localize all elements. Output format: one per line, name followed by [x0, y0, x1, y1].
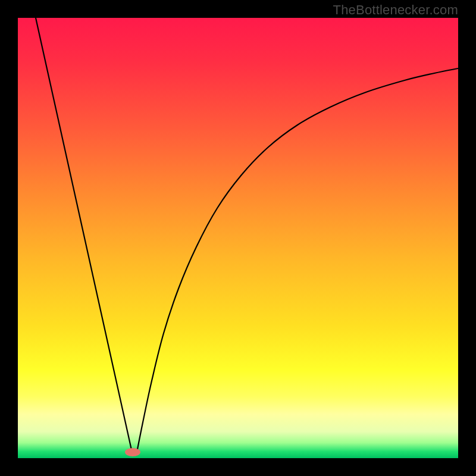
plot-svg [18, 18, 458, 458]
plot-area [18, 18, 458, 458]
optimum-marker [125, 448, 140, 456]
chart-frame: TheBottlenecker.com [0, 0, 476, 476]
watermark-text: TheBottlenecker.com [333, 2, 458, 18]
